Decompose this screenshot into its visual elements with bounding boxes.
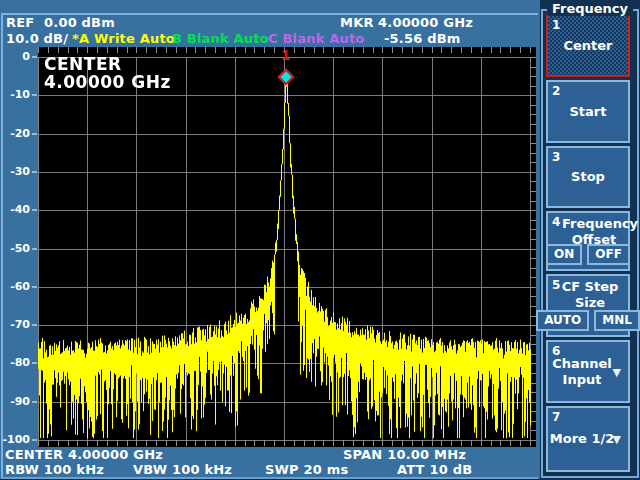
center-frequency-annotation: CENTER 4.00000 GHz [44, 55, 171, 91]
y-axis-tick [32, 209, 37, 211]
trace-b-status: B Blank Auto [172, 31, 269, 46]
footer-rbw: RBW 100 kHz [5, 462, 104, 477]
softkey-number: 3 [552, 150, 560, 164]
footer-swp: SWP 20 ms [265, 462, 348, 477]
softkey-more[interactable]: 7 More 1/2 ▼ [546, 406, 630, 472]
y-axis-label: -70 [10, 318, 30, 331]
softkey-frequency-offset[interactable]: 4 Frequency Offset ON OFF [546, 211, 630, 271]
softkey-start[interactable]: 2 Start [546, 80, 630, 143]
softkey-label: Center [548, 38, 628, 54]
y-axis-tick [32, 248, 37, 250]
y-axis-label: -90 [10, 395, 30, 408]
footer-center: CENTER 4.00000 GHz [5, 447, 163, 462]
y-axis-label: -40 [10, 203, 30, 216]
spectrum-trace-canvas [38, 47, 536, 447]
dropdown-arrow-icon: ▼ [613, 433, 621, 446]
softkey-number: 1 [552, 18, 560, 32]
softkey-label: Stop [548, 169, 628, 185]
softkey-number: 4 [552, 215, 560, 229]
softkey-number: 2 [552, 84, 560, 98]
y-axis-tick [32, 439, 37, 441]
scale-value: 10.0 dB/ [6, 31, 68, 46]
y-axis-tick [32, 324, 37, 326]
toggle-mnl[interactable]: MNL [594, 310, 640, 331]
y-axis-tick [32, 171, 37, 173]
softkey-cf-step-size[interactable]: 5 CF Step Size AUTO MNL [546, 274, 630, 337]
y-axis-tick [32, 133, 37, 135]
footer-span: SPAN 10.00 MHz [343, 447, 466, 462]
center-annotation-line1: CENTER [44, 55, 171, 73]
y-axis-tick [32, 94, 37, 96]
y-axis-label: 0 [22, 50, 30, 63]
footer-vbw: VBW 100 kHz [133, 462, 232, 477]
y-axis-labels: 0-10-20-30-40-50-60-70-80-90-100 [0, 47, 37, 447]
y-axis-label: -100 [2, 433, 30, 446]
marker-number-label: 1 [281, 47, 291, 63]
y-axis-label: -30 [10, 165, 30, 178]
softkey-center[interactable]: 1 Center [546, 14, 630, 77]
toggle-auto[interactable]: AUTO [536, 310, 589, 331]
trace-c-status: C Blank Auto [268, 31, 365, 46]
mkr-label: MKR [340, 15, 374, 30]
y-axis-label: -20 [10, 127, 30, 140]
marker-diamond-icon [279, 70, 293, 84]
toggle-on[interactable]: ON [546, 244, 582, 265]
trace-a-status: *A Write Auto [72, 31, 175, 46]
softkey-channel-input[interactable]: 6 Channel Input ▼ [546, 340, 630, 403]
y-axis-label: -60 [10, 280, 30, 293]
y-axis-label: -80 [10, 356, 30, 369]
footer-att: ATT 10 dB [397, 462, 472, 477]
softkey-menu-title: Frequency [540, 1, 640, 16]
y-axis-tick [32, 362, 37, 364]
y-axis-tick [32, 56, 37, 58]
center-annotation-line2: 4.00000 GHz [44, 73, 171, 91]
y-axis-label: -50 [10, 242, 30, 255]
y-axis-tick [32, 286, 37, 288]
softkey-label: Start [548, 104, 628, 120]
softkey-number: 7 [552, 410, 560, 424]
y-axis-tick [32, 401, 37, 403]
ref-value: 0.00 dBm [44, 15, 115, 30]
softkey-label: CF Step Size [554, 279, 626, 311]
softkey-menu: Frequency 1 Center 2 Start 3 Stop 4 Freq… [540, 0, 640, 480]
dropdown-arrow-icon: ▼ [613, 365, 621, 378]
y-axis-label: -10 [10, 88, 30, 101]
ref-label: REF [6, 15, 34, 30]
mkr-level: -5.56 dBm [384, 31, 461, 46]
toggle-off[interactable]: OFF [587, 244, 630, 265]
spectrum-analyzer-screen: REF 0.00 dBm MKR 4.00000 GHz 10.0 dB/ *A… [0, 0, 640, 480]
mkr-frequency: 4.00000 GHz [378, 15, 473, 30]
softkey-stop[interactable]: 3 Stop [546, 146, 630, 208]
